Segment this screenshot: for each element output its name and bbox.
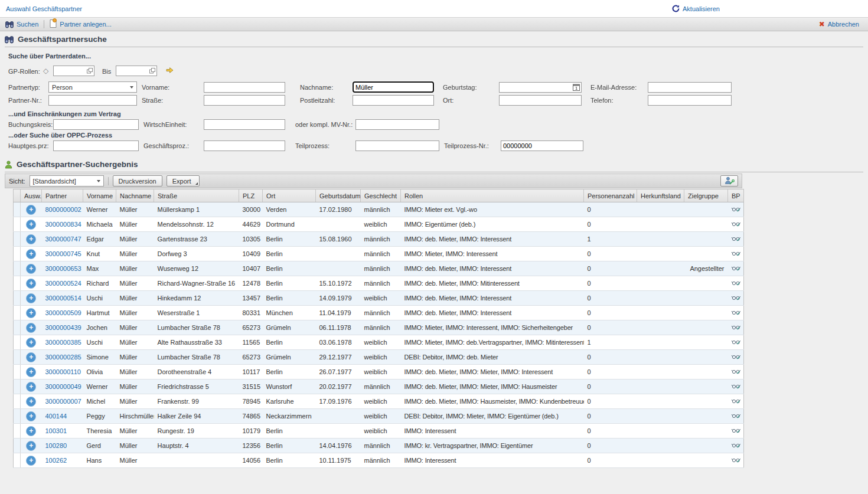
teilprozess-input[interactable] bbox=[355, 140, 439, 151]
row-selector-cell[interactable] bbox=[14, 424, 21, 439]
bp-cell[interactable] bbox=[728, 247, 744, 261]
partner-number-link[interactable]: 3000000524 bbox=[45, 280, 81, 287]
col-header-rollen[interactable]: Rollen bbox=[401, 189, 584, 202]
calendar-icon[interactable]: 1 bbox=[573, 84, 580, 92]
col-header-bp[interactable]: BP bbox=[728, 189, 744, 202]
bp-cell[interactable] bbox=[728, 232, 744, 247]
row-selector-cell[interactable] bbox=[14, 291, 21, 306]
row-selector-cell[interactable] bbox=[14, 247, 21, 261]
bp-cell[interactable] bbox=[728, 261, 744, 276]
partnertyp-select[interactable]: Person bbox=[48, 81, 137, 93]
expand-plus-button[interactable]: + bbox=[26, 411, 36, 421]
row-selector-cell[interactable] bbox=[14, 202, 21, 217]
partner-number-link[interactable]: 100301 bbox=[45, 427, 67, 434]
partner-number-link[interactable]: 3000000653 bbox=[45, 265, 81, 272]
row-selector-cell[interactable] bbox=[14, 409, 21, 424]
telefon-input[interactable] bbox=[648, 95, 732, 106]
col-header-nachname[interactable]: Nachname bbox=[116, 189, 154, 202]
partner-number-link[interactable]: 3000000049 bbox=[45, 383, 81, 390]
partner-number-link[interactable]: 3000000747 bbox=[45, 235, 81, 243]
expand-plus-button[interactable]: + bbox=[26, 205, 36, 215]
row-selector-cell[interactable] bbox=[14, 335, 21, 350]
col-header-geschlecht[interactable]: Geschlecht bbox=[361, 189, 401, 202]
refresh-button[interactable]: Aktualisieren bbox=[672, 5, 720, 12]
teilprozess-nr-input[interactable] bbox=[501, 140, 583, 151]
partner-number-link[interactable]: 3000000439 bbox=[45, 324, 81, 331]
partner-number-link[interactable]: 3000000385 bbox=[45, 339, 81, 346]
expand-plus-button[interactable]: + bbox=[26, 220, 36, 230]
bp-cell[interactable] bbox=[728, 453, 744, 468]
col-header-personenanzahl[interactable]: Personenanzahl bbox=[584, 189, 637, 202]
bp-cell[interactable] bbox=[728, 424, 744, 439]
expand-plus-button[interactable]: + bbox=[26, 338, 36, 348]
partner-nr-input[interactable] bbox=[48, 95, 137, 106]
print-version-button[interactable]: Druckversion bbox=[113, 175, 162, 187]
expand-plus-button[interactable]: + bbox=[26, 323, 36, 333]
buchungskreis-input[interactable] bbox=[53, 119, 139, 130]
email-input[interactable] bbox=[648, 82, 732, 93]
expand-plus-button[interactable]: + bbox=[26, 426, 36, 436]
geburtstag-input[interactable] bbox=[499, 82, 582, 93]
create-partner-button[interactable]: Partner anlegen... bbox=[44, 18, 116, 31]
expand-plus-button[interactable]: + bbox=[26, 234, 36, 244]
expand-plus-button[interactable]: + bbox=[26, 456, 36, 466]
partner-number-link[interactable]: 3000000110 bbox=[45, 368, 81, 375]
view-select[interactable]: [Standardsicht] bbox=[30, 175, 104, 187]
geschaeftsproz-input[interactable] bbox=[204, 140, 285, 151]
row-selector-cell[interactable] bbox=[14, 380, 21, 394]
partner-number-link[interactable]: 400144 bbox=[45, 413, 67, 420]
bp-cell[interactable] bbox=[728, 409, 744, 424]
expand-plus-button[interactable]: + bbox=[26, 308, 36, 318]
postleitzahl-input[interactable] bbox=[353, 95, 434, 106]
col-header-zielgruppe[interactable]: Zielgruppe bbox=[684, 189, 728, 202]
expand-plus-button[interactable]: + bbox=[26, 264, 36, 274]
expand-plus-button[interactable]: + bbox=[26, 293, 36, 303]
col-header-partner[interactable]: Partner bbox=[42, 189, 83, 202]
row-selector-cell[interactable] bbox=[14, 453, 21, 468]
ort-input[interactable] bbox=[499, 95, 582, 106]
strasse-input[interactable] bbox=[204, 95, 285, 106]
col-header-vorname[interactable]: Vorname bbox=[83, 189, 116, 202]
table-settings-button[interactable] bbox=[720, 175, 738, 187]
col-header-strasse[interactable]: Straße bbox=[154, 189, 239, 202]
bp-cell[interactable] bbox=[728, 306, 744, 320]
row-selector-cell[interactable] bbox=[14, 276, 21, 291]
select-all-header[interactable] bbox=[14, 189, 21, 202]
bp-cell[interactable] bbox=[728, 439, 744, 453]
export-button[interactable]: Export bbox=[167, 175, 200, 187]
bp-cell[interactable] bbox=[728, 335, 744, 350]
partner-number-link[interactable]: 3000000514 bbox=[45, 295, 81, 302]
row-selector-cell[interactable] bbox=[14, 439, 21, 453]
expand-plus-button[interactable]: + bbox=[26, 279, 36, 289]
expand-plus-button[interactable]: + bbox=[26, 367, 36, 377]
partner-number-link[interactable]: 8000000002 bbox=[45, 206, 81, 213]
expand-plus-button[interactable]: + bbox=[26, 249, 36, 259]
bp-cell[interactable] bbox=[728, 202, 744, 217]
wirtscheinheit-input[interactable] bbox=[204, 119, 285, 130]
bp-cell[interactable] bbox=[728, 365, 744, 380]
partner-number-link[interactable]: 3000000285 bbox=[45, 354, 81, 361]
bp-cell[interactable] bbox=[728, 380, 744, 394]
bp-cell[interactable] bbox=[728, 350, 744, 365]
partner-number-link[interactable]: 3000000007 bbox=[45, 398, 81, 405]
partner-number-link[interactable]: 100280 bbox=[45, 442, 67, 449]
hauptges-prz-input[interactable] bbox=[53, 140, 139, 151]
col-header-plz[interactable]: PLZ bbox=[239, 189, 263, 202]
col-header-ausw[interactable]: Ausw. bbox=[21, 189, 42, 202]
col-header-ort[interactable]: Ort bbox=[263, 189, 316, 202]
row-selector-cell[interactable] bbox=[14, 350, 21, 365]
expand-plus-button[interactable]: + bbox=[26, 397, 36, 407]
expand-plus-button[interactable]: + bbox=[26, 441, 36, 451]
row-selector-cell[interactable] bbox=[14, 261, 21, 276]
page-title[interactable]: Auswahl Geschäftspartner bbox=[6, 5, 82, 12]
col-header-herkunftsland[interactable]: Herkunftsland bbox=[637, 189, 684, 202]
row-selector-cell[interactable] bbox=[14, 217, 21, 232]
multiple-selection-icon[interactable] bbox=[149, 68, 155, 75]
partner-number-link[interactable]: 100262 bbox=[45, 457, 67, 464]
multiple-selection-icon[interactable] bbox=[87, 68, 93, 75]
bp-cell[interactable] bbox=[728, 217, 744, 232]
bp-cell[interactable] bbox=[728, 276, 744, 291]
search-button[interactable]: Suchen bbox=[0, 18, 44, 31]
mv-nr-input[interactable] bbox=[355, 119, 439, 130]
col-header-geburtsdatum[interactable]: Geburtsdatum bbox=[316, 189, 361, 202]
